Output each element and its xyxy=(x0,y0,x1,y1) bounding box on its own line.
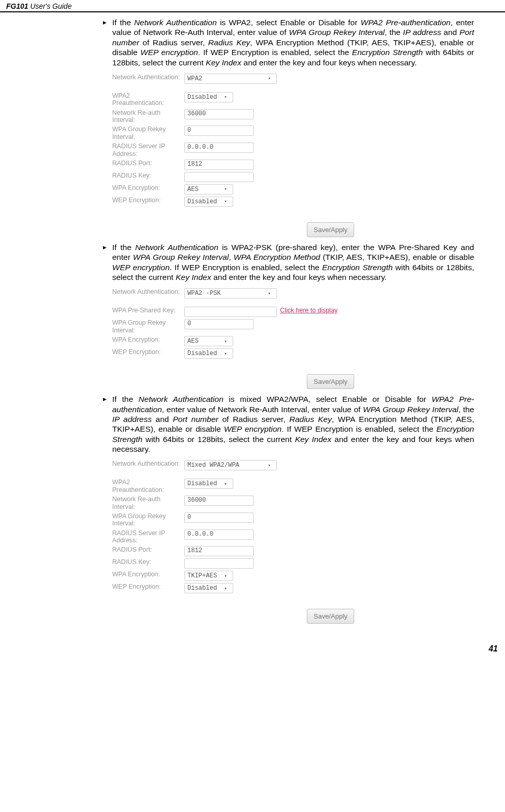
form-row: RADIUS Key: xyxy=(112,558,354,569)
form-label: WPA Group Rekey Interval: xyxy=(112,513,184,527)
chevron-down-icon: ▾ xyxy=(268,463,271,468)
form-label: RADIUS Port: xyxy=(112,546,184,553)
select-field[interactable]: AES▾ xyxy=(184,184,233,195)
guide-label: User's Guide xyxy=(28,2,72,10)
bullet-icon: ▸ xyxy=(103,242,112,283)
form-label: RADIUS Server IP Address: xyxy=(112,143,184,157)
form-row: WPA Encryption:AES▾ xyxy=(112,336,354,346)
select-field[interactable]: Disabled▾ xyxy=(184,479,233,489)
bullet-text: If the Network Authentication is mixed W… xyxy=(112,394,474,454)
chevron-down-icon: ▾ xyxy=(224,339,227,344)
display-key-link[interactable]: Click here to display xyxy=(280,307,338,314)
form-label: RADIUS Server IP Address: xyxy=(112,529,184,544)
button-row: Save/Apply xyxy=(112,222,354,237)
form-label: WEP Encryption: xyxy=(112,197,184,204)
text-field[interactable]: 0 xyxy=(184,126,254,136)
form-label: WEP Encryption: xyxy=(112,348,184,356)
form-row: Network Re-auth Interval:36000 xyxy=(112,109,354,124)
form-row: Network Authentication:WPA2 -PSK▾ xyxy=(112,288,354,298)
chevron-down-icon: ▾ xyxy=(224,481,227,487)
form-screenshot: Network Authentication:Mixed WPA2/WPA▾WP… xyxy=(112,460,354,624)
button-row: Save/Apply xyxy=(112,609,354,624)
select-field[interactable]: Disabled▾ xyxy=(184,583,233,593)
form-row: WEP Encryption:Disabled▾ xyxy=(112,583,354,593)
page-number: 41 xyxy=(0,639,505,659)
form-row: WEP Encryption:Disabled▾ xyxy=(112,348,354,359)
form-label: WPA Pre-Shared Key: xyxy=(112,307,184,314)
text-field[interactable] xyxy=(184,558,254,569)
chevron-down-icon: ▾ xyxy=(224,586,227,591)
select-field[interactable]: Disabled▾ xyxy=(184,197,233,207)
text-field[interactable]: 0 xyxy=(184,513,254,523)
bullet-block: ▸If the Network Authentication is WPA2, … xyxy=(103,17,474,67)
form-label: Network Authentication: xyxy=(112,74,184,81)
form-row: WPA Group Rekey Interval:0 xyxy=(112,319,354,334)
select-field[interactable]: WPA2▾ xyxy=(184,74,277,84)
form-row: WPA Encryption:TKIP+AES▾ xyxy=(112,571,354,581)
form-label: Network Authentication: xyxy=(112,460,184,467)
form-label: WEP Encryption: xyxy=(112,583,184,590)
form-label: Network Re-auth Interval: xyxy=(112,496,184,510)
form-label: RADIUS Key: xyxy=(112,172,184,179)
chevron-down-icon: ▾ xyxy=(268,76,271,81)
bullet-text: If the Network Authentication is WPA2, s… xyxy=(112,17,474,67)
text-field[interactable]: 0.0.0.0 xyxy=(184,529,254,540)
button-row: Save/Apply xyxy=(112,374,354,389)
text-field[interactable]: 36000 xyxy=(184,109,254,119)
form-row: WPA2 Preauthentication:Disabled▾ xyxy=(112,479,354,493)
form-row: Network Authentication:WPA2▾ xyxy=(112,74,354,84)
bullet-block: ▸If the Network Authentication is WPA2-P… xyxy=(103,242,474,283)
text-field[interactable]: 36000 xyxy=(184,496,254,506)
form-label: WPA Encryption: xyxy=(112,571,184,578)
form-label: WPA Encryption: xyxy=(112,336,184,343)
save-apply-button[interactable]: Save/Apply xyxy=(307,609,354,624)
select-field[interactable]: WPA2 -PSK▾ xyxy=(184,288,277,298)
form-label: WPA2 Preauthentication: xyxy=(112,479,184,493)
form-row: WPA Group Rekey Interval:0 xyxy=(112,126,354,140)
form-row: RADIUS Port:1812 xyxy=(112,546,354,556)
save-apply-button[interactable]: Save/Apply xyxy=(307,222,354,237)
form-row: RADIUS Server IP Address:0.0.0.0 xyxy=(112,529,354,544)
form-label: WPA Group Rekey Interval: xyxy=(112,319,184,334)
form-row: WEP Encryption:Disabled▾ xyxy=(112,197,354,207)
model-name: FG101 xyxy=(6,2,28,10)
chevron-down-icon: ▾ xyxy=(224,186,227,192)
chevron-down-icon: ▾ xyxy=(268,291,271,296)
form-row: Network Re-auth Interval:36000 xyxy=(112,496,354,510)
form-label: RADIUS Port: xyxy=(112,160,184,167)
bullet-icon: ▸ xyxy=(103,394,112,454)
page-body: ▸If the Network Authentication is WPA2, … xyxy=(0,12,505,639)
text-field[interactable]: 0.0.0.0 xyxy=(184,143,254,153)
chevron-down-icon: ▾ xyxy=(224,94,227,100)
select-field[interactable]: AES▾ xyxy=(184,336,233,346)
form-label: WPA2 Preauthentication: xyxy=(112,92,184,107)
form-row: RADIUS Key: xyxy=(112,172,354,182)
text-field[interactable] xyxy=(184,172,254,182)
bullet-icon: ▸ xyxy=(103,17,112,67)
form-screenshot: Network Authentication:WPA2▾WPA2 Preauth… xyxy=(112,74,354,237)
form-row: RADIUS Server IP Address:0.0.0.0 xyxy=(112,143,354,157)
select-field[interactable]: Disabled▾ xyxy=(184,348,233,359)
chevron-down-icon: ▾ xyxy=(224,199,227,204)
select-field[interactable]: Mixed WPA2/WPA▾ xyxy=(184,460,277,470)
form-row: RADIUS Port:1812 xyxy=(112,160,354,170)
chevron-down-icon: ▾ xyxy=(224,351,227,357)
save-apply-button[interactable]: Save/Apply xyxy=(307,374,354,389)
text-field[interactable] xyxy=(184,307,277,317)
form-label: Network Authentication: xyxy=(112,288,184,295)
select-field[interactable]: TKIP+AES▾ xyxy=(184,571,233,581)
form-row: WPA Group Rekey Interval:0 xyxy=(112,513,354,527)
bullet-block: ▸If the Network Authentication is mixed … xyxy=(103,394,474,454)
form-row: WPA2 Preauthentication:Disabled▾ xyxy=(112,92,354,107)
form-row: Network Authentication:Mixed WPA2/WPA▾ xyxy=(112,460,354,470)
text-field[interactable]: 1812 xyxy=(184,546,254,556)
text-field[interactable]: 1812 xyxy=(184,160,254,170)
select-field[interactable]: Disabled▾ xyxy=(184,92,233,102)
form-label: WPA Encryption: xyxy=(112,184,184,191)
form-label: WPA Group Rekey Interval: xyxy=(112,126,184,140)
bullet-text: If the Network Authentication is WPA2-PS… xyxy=(112,242,474,283)
page-header: FG101 User's Guide xyxy=(0,0,505,12)
form-label: Network Re-auth Interval: xyxy=(112,109,184,124)
text-field[interactable]: 0 xyxy=(184,319,254,329)
form-screenshot: Network Authentication:WPA2 -PSK▾WPA Pre… xyxy=(112,288,354,389)
